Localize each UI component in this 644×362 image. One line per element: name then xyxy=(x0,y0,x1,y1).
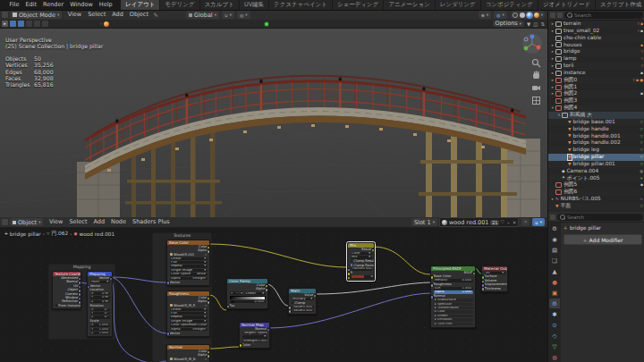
value-slider[interactable]: Strength1.000 xyxy=(242,340,267,342)
sort-icon[interactable]: ⇅ xyxy=(540,21,545,27)
node-socket[interactable] xyxy=(167,332,170,335)
position-field[interactable]: 0.500 xyxy=(230,300,266,303)
outliner-row[interactable]: ▾和風橋 大 xyxy=(548,112,644,119)
color-swatch[interactable] xyxy=(352,275,364,277)
slot-selector[interactable]: Slot 1 ▾ xyxy=(411,218,437,226)
node-row-in[interactable]: Fac xyxy=(227,304,267,307)
dropdown[interactable]: Mix▾ xyxy=(351,256,372,258)
dropdown[interactable]: Repeat▾ xyxy=(170,265,208,267)
shader-node-tex_base[interactable]: Base ColorColorAlphaWood05.001✕Linear▾Fl… xyxy=(166,240,210,286)
node-row-swatch[interactable]: B xyxy=(348,275,374,279)
value-slider[interactable]: Metallic0.000 xyxy=(434,279,473,282)
workspace-tab[interactable]: シェーディング xyxy=(333,0,384,10)
filter-funnel-icon[interactable]: ▼ xyxy=(527,21,530,27)
workspace-tab[interactable]: アニメーション xyxy=(384,0,435,10)
shader-node-tex_normal[interactable]: NormalColorAlphaWood05_M_N✕Linear▾ xyxy=(166,344,210,362)
axis-y[interactable] xyxy=(524,46,529,51)
badge-icon[interactable]: ▽ xyxy=(640,119,643,126)
badge-icon[interactable]: ▿ xyxy=(641,55,643,63)
value-slider[interactable]: Z0° xyxy=(90,316,110,318)
shading-rendered-button[interactable] xyxy=(534,13,539,18)
node-editor-menu-item[interactable]: Select xyxy=(66,217,90,227)
mode-selector[interactable]: Object Mode ▾ xyxy=(10,11,62,19)
dropdown[interactable]: Repeat▾ xyxy=(170,316,208,318)
snap-toggle[interactable]: ⌗ xyxy=(521,218,530,226)
node-socket[interactable] xyxy=(167,281,170,284)
chevron-down-icon[interactable]: ▾ xyxy=(541,13,543,17)
properties-tab-object[interactable]: ▣ xyxy=(549,289,560,299)
value-slider[interactable]: IOR1.450 xyxy=(434,287,473,290)
node-editor-menu-item[interactable]: Add xyxy=(90,217,108,227)
badge-icon[interactable]: ▿ xyxy=(641,48,643,55)
shader-node-principled[interactable]: Principled BSDFBSDFBase ColorMetallic0.0… xyxy=(430,265,476,328)
outliner-row[interactable]: ▼bridge handle▽ xyxy=(548,126,644,133)
outliner-row[interactable]: ▼bridge handle.001▽ xyxy=(548,133,644,140)
value-slider[interactable]: Z1.000 xyxy=(90,332,110,334)
node-row-in[interactable]: Color xyxy=(240,343,269,347)
badge-icon[interactable]: ◆ xyxy=(636,77,639,84)
outliner-search-input[interactable]: Search xyxy=(564,12,643,19)
checkbox[interactable] xyxy=(351,260,353,263)
viewport-menu-item[interactable]: View xyxy=(64,10,84,20)
material-selector[interactable]: wood red.001 21 ⛉ ＋ ✕ xyxy=(439,217,519,227)
value-slider[interactable]: Y0° xyxy=(90,312,110,315)
checkbox[interactable] xyxy=(292,301,294,304)
shader-node-mapping[interactable]: MappingVectorPoint▾VectorLocationX0 mY0 … xyxy=(87,271,113,337)
outliner-filter-icon[interactable] xyxy=(557,13,563,18)
workspace-tab[interactable]: ジオメトリノード xyxy=(538,0,596,10)
dropdown[interactable]: Multiply▾ xyxy=(292,298,314,300)
dropdown[interactable]: Color SpacesRGB xyxy=(170,273,208,275)
outliner-row[interactable]: ▼bridge pillar▽ xyxy=(548,154,644,161)
node-editor-menu-item[interactable]: Node xyxy=(108,217,130,227)
select-mode-box[interactable] xyxy=(18,21,24,27)
workspace-tab[interactable]: スクリプト作成 xyxy=(596,0,644,10)
workspace-tab[interactable]: レイアウト xyxy=(121,0,160,10)
shader-node-colorramp[interactable]: Color RampColorAlpha+−▾Linear▾0.500Fac xyxy=(226,278,268,309)
badge-icon[interactable]: ▽ xyxy=(640,139,643,147)
material-preview-ball-icon[interactable] xyxy=(104,21,109,27)
value-slider[interactable]: Factor0.500 xyxy=(352,267,372,270)
dropdown[interactable]: Linear▾ xyxy=(170,308,208,311)
shader-node-texcoord[interactable]: Texture CoordinateGeneratedNormalUVObjec… xyxy=(52,271,81,309)
node-row-inval[interactable]: Value0.500 xyxy=(289,309,316,313)
menubar-item[interactable]: File xyxy=(6,0,22,10)
unlink-material-icon[interactable]: ✕ xyxy=(513,220,517,225)
badge-icon[interactable]: ▪ xyxy=(640,70,643,77)
add-modifier-button[interactable]: + Add Modifier xyxy=(564,234,642,245)
viewport-menu-item[interactable]: Object xyxy=(126,10,151,20)
material-users-badge[interactable]: 21 xyxy=(490,220,498,225)
editor-type-icon[interactable] xyxy=(2,219,8,225)
outliner-row[interactable]: 例図6 xyxy=(548,189,644,196)
value-slider[interactable]: Value0.500 xyxy=(292,309,314,312)
shading-solid-button[interactable] xyxy=(520,13,525,18)
outliner-row[interactable]: ▸例図2▪ xyxy=(548,90,644,97)
pan-hand-icon[interactable] xyxy=(531,71,541,80)
new-material-icon[interactable]: ＋ xyxy=(506,220,511,225)
badge-icon[interactable]: ▽ xyxy=(640,147,643,154)
outliner-row[interactable]: ▸instance▪ xyxy=(548,70,644,77)
select-mode-circle[interactable] xyxy=(26,21,32,27)
value-slider[interactable]: Y1.000 xyxy=(90,328,110,331)
workspace-tab[interactable]: コンポジティング xyxy=(481,0,538,10)
dropdown[interactable]: Color SpaceNon-Color xyxy=(170,324,208,326)
breadcrumb-item[interactable]: bridge pillar xyxy=(10,232,41,237)
outliner-row[interactable]: ▼平面▽ xyxy=(548,203,644,210)
breadcrumb-item[interactable]: wood red.001 xyxy=(79,232,114,237)
snap-selector[interactable]: ∪ ▾ xyxy=(222,11,234,19)
perspective-toggle-icon[interactable] xyxy=(531,96,541,105)
outliner-row[interactable]: 例図5▪ xyxy=(548,181,644,189)
dropdown[interactable]: Flat▾ xyxy=(170,261,208,264)
properties-tab-material[interactable]: ◍ xyxy=(549,352,560,362)
badge-icon[interactable]: ▽ xyxy=(640,161,643,168)
collapsed-panel[interactable]: ▸ Sheen xyxy=(434,315,473,317)
node-row-panel[interactable]: ▸ Thin Film xyxy=(431,322,475,325)
badge-icon[interactable]: ▽ xyxy=(640,126,643,133)
workspace-tab[interactable]: スカルプト xyxy=(200,0,240,10)
show-overlays-toggle[interactable]: ◍▾ xyxy=(494,11,507,19)
collapsed-panel[interactable]: ▸ Transmission xyxy=(434,307,473,309)
outliner-row[interactable]: ▼bridge leg▽ xyxy=(548,147,644,154)
badge-icon[interactable]: ▪ xyxy=(640,42,643,49)
color-field[interactable]: B xyxy=(351,275,375,278)
properties-tab-particles[interactable]: ✱ xyxy=(549,309,560,319)
node-editor-menu-item[interactable]: View xyxy=(46,217,65,227)
